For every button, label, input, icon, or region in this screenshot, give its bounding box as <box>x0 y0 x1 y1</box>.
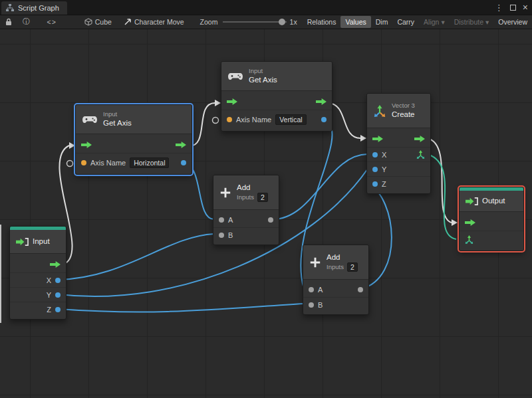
flow-in-triangle-icon <box>215 100 221 106</box>
node-title: Get Axis <box>249 75 277 84</box>
node-title: Add <box>237 183 268 192</box>
input-a-port[interactable] <box>309 287 314 292</box>
flow-out-arrow-icon[interactable] <box>50 261 61 268</box>
zoom-slider-track <box>223 21 286 23</box>
relations-button[interactable]: Relations <box>303 16 341 28</box>
zoom-slider-handle[interactable] <box>279 19 285 25</box>
flow-in-triangle-icon <box>360 135 366 142</box>
port-label: A <box>228 216 233 224</box>
values-button[interactable]: Values <box>340 16 370 28</box>
caret-down-icon: ▾ <box>441 18 444 26</box>
graph-io-icon <box>16 237 29 247</box>
flow-in-arrow-icon[interactable] <box>465 219 475 226</box>
cube-label: Cube <box>95 18 112 26</box>
z-in-port[interactable] <box>372 181 378 187</box>
inputs-count-field[interactable]: 2 <box>257 193 268 202</box>
node-vector3-create[interactable]: Vector 3 Create X Y Z <box>366 93 431 194</box>
z-out-port[interactable] <box>55 307 61 312</box>
node-get-axis-vertical[interactable]: Input Get Axis Axis Name Vertical <box>221 61 332 132</box>
script-graph-icon <box>6 4 14 12</box>
value-out-port[interactable] <box>181 160 186 165</box>
vector3-in-port-icon[interactable] <box>465 235 473 244</box>
tab-script-graph[interactable]: Script Graph <box>1 1 67 15</box>
tab-strip: Script Graph ⋮ × <box>0 0 532 15</box>
string-in-port[interactable] <box>81 160 86 165</box>
wire-flow-vertical-to-create <box>329 103 360 138</box>
code-view-icon[interactable]: <> <box>47 18 57 26</box>
port-label: Y <box>382 165 386 173</box>
cube-icon <box>84 18 92 26</box>
align-dropdown[interactable]: Align ▾ <box>419 16 450 28</box>
maximize-icon[interactable] <box>510 5 516 11</box>
dim-button[interactable]: Dim <box>371 16 393 28</box>
plus-icon <box>219 187 231 199</box>
input-a-port[interactable] <box>219 217 224 223</box>
caret-down-icon: ▾ <box>485 18 489 26</box>
overview-button[interactable]: Overview <box>493 16 532 28</box>
inputs-count-field[interactable]: 2 <box>347 262 358 272</box>
character-move-button[interactable]: Character Move <box>124 18 184 26</box>
x-in-port[interactable] <box>372 152 378 157</box>
node-title: Add <box>327 252 358 262</box>
unconnected-port-ring <box>213 118 219 124</box>
plus-icon <box>309 256 321 268</box>
graph-canvas[interactable]: Input Get Axis Axis Name Vertical Inp <box>0 29 532 398</box>
node-graph-input[interactable]: Input X Y Z <box>9 226 66 320</box>
menu-icon[interactable]: ⋮ <box>495 3 503 13</box>
gamepad-icon <box>82 115 98 124</box>
offscreen-node-edge <box>0 225 1 323</box>
result-out-port[interactable] <box>358 287 363 292</box>
lock-icon[interactable] <box>5 18 12 26</box>
wire-input-z-to-add2-b <box>59 304 304 312</box>
node-add-bottom[interactable]: Add Inputs 2 A B <box>303 245 369 315</box>
flow-in-arrow-icon[interactable] <box>372 136 383 142</box>
y-in-port[interactable] <box>372 167 378 172</box>
node-title: Output <box>482 196 505 205</box>
node-category: Vector 3 <box>392 102 415 110</box>
port-label: Y <box>47 291 51 299</box>
flow-out-arrow-icon[interactable] <box>316 98 327 105</box>
close-icon[interactable]: × <box>523 2 528 13</box>
axis-name-field[interactable]: Vertical <box>275 114 306 125</box>
flow-out-arrow-icon[interactable] <box>414 136 425 142</box>
inputs-label: Inputs <box>327 263 344 271</box>
axis-name-field[interactable]: Horizontal <box>130 157 169 168</box>
input-b-port[interactable] <box>309 302 314 308</box>
zoom-label: Zoom <box>200 18 218 26</box>
character-move-icon <box>124 18 132 26</box>
wire-input-x-to-add-b <box>59 234 214 280</box>
input-b-port[interactable] <box>219 233 224 238</box>
port-label: X <box>382 151 386 159</box>
flow-out-arrow-icon[interactable] <box>176 142 186 148</box>
port-label: X <box>47 276 51 284</box>
flow-in-arrow-icon[interactable] <box>81 142 92 148</box>
zoom-slider[interactable] <box>223 17 286 27</box>
wire-flow-horizontal-to-vertical <box>188 103 215 146</box>
node-get-axis-horizontal[interactable]: Input Get Axis Axis Name Horizontal <box>75 104 192 175</box>
graph-io-icon <box>466 197 478 206</box>
distribute-dropdown[interactable]: Distribute ▾ <box>450 16 494 28</box>
character-move-label: Character Move <box>134 18 184 26</box>
port-label: Z <box>47 306 51 314</box>
value-out-port[interactable] <box>321 117 327 122</box>
result-out-port[interactable] <box>268 217 273 223</box>
flow-in-arrow-icon[interactable] <box>227 98 237 105</box>
string-in-port[interactable] <box>227 117 232 122</box>
flow-in-triangle-icon <box>69 142 75 149</box>
info-icon[interactable]: ⓘ <box>23 17 30 27</box>
port-label: A <box>318 286 323 294</box>
y-out-port[interactable] <box>55 292 61 298</box>
flow-in-triangle-icon <box>452 219 458 226</box>
port-label: B <box>318 301 323 309</box>
gamepad-icon <box>227 72 243 81</box>
carry-button[interactable]: Carry <box>392 16 419 28</box>
graph-toolbar: ⓘ <> Cube Character Move Zoom 1x Relatio… <box>0 15 532 29</box>
node-title: Input <box>33 237 50 246</box>
cube-target-button[interactable]: Cube <box>84 18 112 26</box>
node-add-top[interactable]: Add Inputs 2 A B <box>213 175 279 245</box>
node-title: Create <box>392 110 415 119</box>
x-out-port[interactable] <box>55 278 61 283</box>
node-graph-output[interactable]: Output <box>459 187 524 251</box>
vector3-out-port-icon[interactable] <box>416 150 425 159</box>
port-label: Axis Name <box>236 116 271 124</box>
